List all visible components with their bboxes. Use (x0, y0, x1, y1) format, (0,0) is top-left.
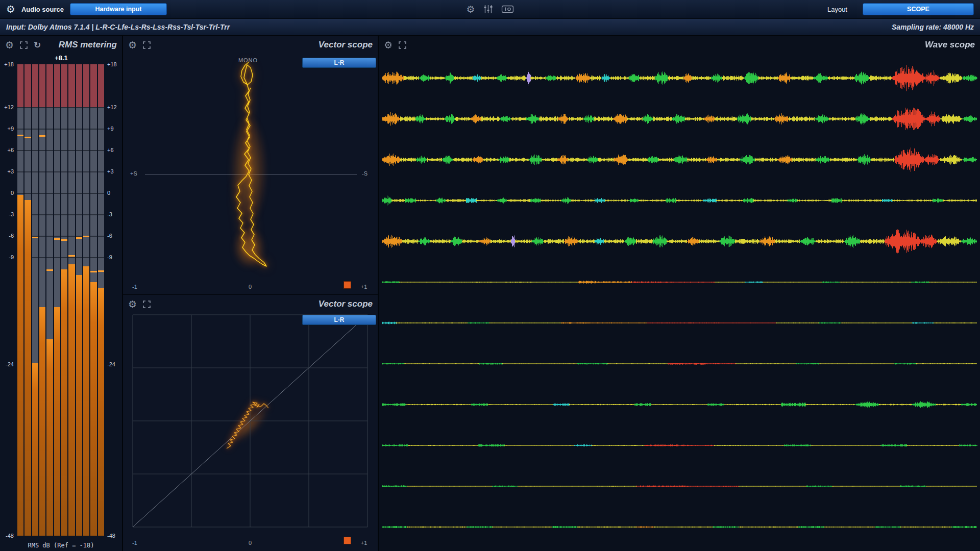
trace-glow (215, 393, 281, 457)
wave-expand-icon[interactable] (399, 41, 406, 49)
peak-hold-tick (61, 239, 67, 241)
vscope-top-source-button[interactable]: L-R (302, 58, 376, 68)
s-axis-line (145, 174, 357, 174)
scale-tick-+12: +12 (106, 104, 121, 110)
wave-scope-title: Wave scope (925, 40, 975, 50)
scale-tick--48: -48 (0, 533, 15, 539)
rms-metering-panel: ⚙ ↻ RMS metering +8.1 +18+12+9+6+30-3-6-… (0, 36, 122, 551)
trace-glow (228, 220, 270, 276)
mono-label: MONO (228, 57, 268, 63)
axis-label-plus-s: +S (130, 170, 137, 177)
meter-channel-rs (54, 64, 60, 536)
scope-button[interactable]: SCOPE (863, 3, 974, 15)
peak-hold-tick (46, 269, 53, 271)
meter-channel-trr (98, 64, 104, 536)
meter-channel-tsr (83, 64, 89, 536)
vscope-bottom-source-button[interactable]: L-R (302, 315, 376, 325)
peak-hold-tick (32, 237, 38, 238)
sampling-rate-label: Sampling rate: 48000 Hz (892, 23, 974, 31)
waveform-display (379, 36, 980, 551)
rms-meter-area (17, 64, 105, 536)
meter-bar (17, 195, 23, 536)
vscope-bottom-settings-icon[interactable]: ⚙ (128, 299, 137, 309)
meter-bar (61, 269, 67, 536)
wave-settings-icon[interactable]: ⚙ (384, 40, 393, 50)
scale-tick-+9: +9 (0, 126, 15, 132)
vscope-top-settings-icon[interactable]: ⚙ (128, 40, 137, 50)
rms-reset-icon[interactable]: ↻ (34, 41, 41, 49)
scale-tick-+3: +3 (106, 168, 121, 174)
vscope-bottom-expand-icon[interactable] (143, 300, 151, 308)
audio-source-label: Audio source (21, 6, 64, 13)
scale-zero: 0 (244, 540, 256, 546)
vscope-top-expand-icon[interactable] (143, 41, 151, 49)
rms-settings-icon[interactable]: ⚙ (5, 40, 14, 50)
meter-bar (98, 288, 104, 536)
scale-tick--6: -6 (106, 233, 121, 239)
scale-tick-+9: +9 (106, 126, 121, 132)
vectorscope-grid (123, 295, 378, 551)
rms-scale-left: +18+12+9+6+30-3-6-9-24-48 (0, 64, 15, 536)
scale-zero: 0 (244, 284, 256, 290)
vectorscope-trace (123, 36, 378, 294)
rms-max-readout: +8.1 (17, 54, 105, 62)
faders-icon[interactable] (483, 5, 494, 14)
peak-hold-tick (90, 271, 96, 272)
s-axis-center-tick (250, 171, 250, 178)
wave-scope-panel: ⚙ Wave scope (379, 36, 980, 551)
peak-hold-tick (98, 270, 104, 272)
scale-tick--3: -3 (0, 211, 15, 217)
scale-tick-+6: +6 (106, 147, 121, 153)
scale-plus-one: +1 (358, 540, 370, 546)
meter-channel-r (24, 64, 31, 536)
meter-channel-l (17, 64, 23, 536)
meter-channel-trl (90, 64, 96, 536)
scale-tick--24: -24 (106, 361, 121, 367)
meter-bar (76, 275, 82, 536)
meter-bar (39, 307, 45, 536)
settings-gear-icon[interactable]: ⚙ (466, 5, 475, 14)
meter-channel-tsl (76, 64, 82, 536)
scale-tick--3: -3 (106, 211, 121, 217)
scale-minus-one: -1 (129, 284, 140, 290)
peak-hold-tick (17, 135, 23, 136)
layout-button[interactable]: Layout (824, 3, 850, 15)
scale-tick-+12: +12 (0, 104, 15, 110)
meter-bar (46, 339, 53, 536)
vscope-bottom-title: Vector scope (318, 299, 373, 309)
meter-bar (90, 282, 96, 536)
scale-tick-+18: +18 (0, 61, 15, 67)
peak-hold-tick (54, 238, 60, 240)
rms-reference-label: RMS dB (Ref = -18) (0, 542, 122, 549)
meter-bar (83, 266, 89, 536)
rms-scale-right: +18+12+9+6+30-3-6-9-24-48 (106, 64, 121, 536)
hardware-input-button[interactable]: Hardware input (70, 3, 167, 15)
scale-tick--9: -9 (106, 254, 121, 260)
scale-tick--48: -48 (106, 533, 121, 539)
meter-channel-ls (46, 64, 53, 536)
scale-tick-0: 0 (0, 190, 15, 196)
status-bar: Input: Dolby Atmos 7.1.4 | L-R-C-Lfe-Ls-… (0, 19, 980, 35)
peak-hold-tick (83, 236, 89, 237)
scale-tick--6: -6 (0, 233, 15, 239)
scale-tick-+18: +18 (106, 61, 121, 67)
io-icon[interactable] (502, 5, 514, 13)
rms-expand-icon[interactable] (20, 41, 28, 49)
peak-hold-tick (76, 237, 82, 239)
scale-tick--24: -24 (0, 361, 15, 367)
meter-channel-lss (61, 64, 67, 536)
meter-bar (32, 363, 38, 536)
top-toolbar: ⚙ Audio source Hardware input ⚙ (0, 0, 980, 19)
rms-panel-title: RMS metering (59, 40, 117, 50)
meter-channel-c (32, 64, 38, 536)
workspace: ⚙ ↻ RMS metering +8.1 +18+12+9+6+30-3-6-… (0, 35, 980, 551)
meter-bar (54, 307, 60, 536)
audio-source-gear-icon[interactable]: ⚙ (6, 4, 15, 14)
meter-channel-lfe (39, 64, 45, 536)
scale-tick-+3: +3 (0, 168, 15, 174)
correlation-marker[interactable] (344, 537, 351, 544)
correlation-marker[interactable] (344, 281, 351, 289)
audio-analyzer-window: ⚙ Audio source Hardware input ⚙ (0, 0, 980, 551)
meter-bar (24, 200, 31, 536)
meter-bar (68, 264, 75, 536)
